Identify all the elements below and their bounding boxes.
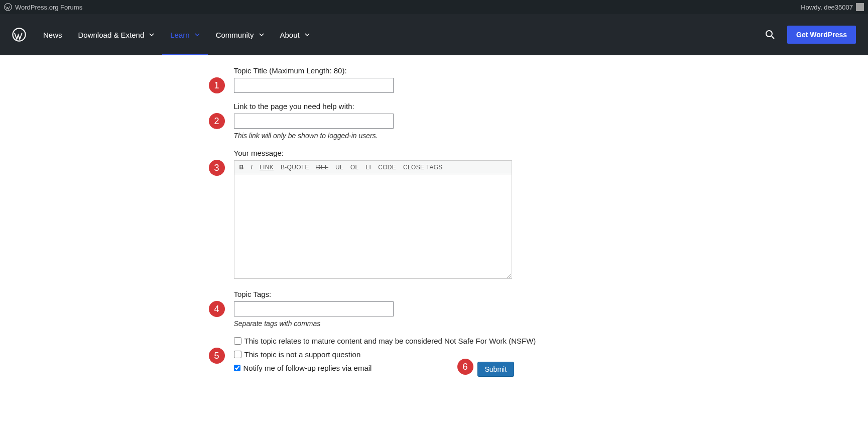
topic-tags-help: Separate tags with commas	[234, 320, 663, 328]
nav-item-news[interactable]: News	[35, 14, 70, 55]
chevron-down-icon	[305, 32, 310, 37]
field-link: 2 Link to the page you need help with: T…	[206, 102, 663, 140]
nav-label: Community	[216, 31, 254, 39]
notify-checkbox-label: Notify me of follow-up replies via email	[243, 364, 372, 372]
annotation-badge-1: 1	[209, 77, 225, 93]
toolbar-bold-button[interactable]: B	[239, 164, 244, 171]
submit-area: Notify me of follow-up replies via email…	[206, 364, 663, 372]
search-icon	[765, 30, 775, 40]
annotation-badge-4: 4	[209, 301, 225, 317]
admin-bar-howdy[interactable]: Howdy, dee35007	[801, 4, 853, 11]
toolbar-ul-button[interactable]: UL	[335, 164, 343, 171]
field-message: 3 Your message: B I LINK B-QUOTE DEL UL …	[206, 149, 663, 279]
admin-bar-site-title[interactable]: WordPress.org Forums	[15, 4, 82, 11]
annotation-badge-2: 2	[209, 113, 225, 129]
submit-button[interactable]: Submit	[477, 362, 515, 377]
main-navigation: News Download & Extend Learn Community A…	[0, 14, 868, 55]
annotation-badge-3: 3	[209, 160, 225, 176]
field-topic-title: 1 Topic Title (Maximum Length: 80):	[206, 66, 663, 93]
nsfw-checkbox[interactable]	[234, 337, 241, 345]
field-topic-tags: 4 Topic Tags: Separate tags with commas	[206, 290, 663, 328]
notify-checkbox[interactable]	[234, 365, 240, 371]
nav-item-learn[interactable]: Learn	[162, 14, 207, 55]
message-label: Your message:	[234, 149, 663, 157]
toolbar-link-button[interactable]: LINK	[260, 164, 274, 171]
annotation-badge-5: 5	[209, 348, 225, 364]
link-input[interactable]	[234, 114, 394, 129]
annotation-badge-6: 6	[457, 359, 473, 375]
svg-line-3	[772, 36, 774, 39]
admin-bar-right: Howdy, dee35007	[801, 3, 864, 11]
link-label: Link to the page you need help with:	[234, 102, 663, 111]
topic-tags-input[interactable]	[234, 301, 394, 316]
topic-tags-label: Topic Tags:	[234, 290, 663, 298]
toolbar-bquote-button[interactable]: B-QUOTE	[281, 164, 309, 171]
wordpress-logo-icon[interactable]	[4, 3, 12, 11]
not-support-checkbox-row: This topic is not a support question	[206, 350, 663, 359]
get-wordpress-button[interactable]: Get WordPress	[787, 26, 856, 44]
nav-label: Learn	[170, 31, 189, 39]
wordpress-logo-icon[interactable]	[12, 28, 26, 42]
nav-item-download-extend[interactable]: Download & Extend	[70, 14, 163, 55]
chevron-down-icon	[259, 32, 264, 37]
chevron-down-icon	[149, 32, 154, 37]
topic-title-input[interactable]	[234, 78, 394, 93]
checkbox-block: 5 This topic relates to mature content a…	[206, 337, 663, 372]
link-help-text: This link will only be shown to logged-i…	[234, 132, 663, 140]
nav-item-community[interactable]: Community	[208, 14, 272, 55]
toolbar-del-button[interactable]: DEL	[316, 164, 328, 171]
avatar[interactable]	[856, 3, 864, 11]
nav-menu: News Download & Extend Learn Community A…	[35, 14, 318, 55]
search-button[interactable]	[765, 30, 775, 40]
not-support-checkbox[interactable]	[234, 351, 241, 358]
svg-point-0	[5, 4, 12, 11]
toolbar-code-button[interactable]: CODE	[378, 164, 396, 171]
toolbar-ol-button[interactable]: OL	[350, 164, 359, 171]
topic-title-label: Topic Title (Maximum Length: 80):	[234, 66, 663, 75]
editor-toolbar: B I LINK B-QUOTE DEL UL OL LI CODE CLOSE…	[234, 160, 512, 174]
nav-item-about[interactable]: About	[272, 14, 318, 55]
nav-label: News	[43, 31, 62, 39]
svg-point-2	[766, 31, 772, 37]
message-textarea[interactable]	[234, 174, 512, 279]
topic-form: 1 Topic Title (Maximum Length: 80): 2 Li…	[206, 66, 663, 372]
admin-bar-left: WordPress.org Forums	[4, 3, 82, 11]
nsfw-checkbox-label: This topic relates to mature content and…	[244, 337, 536, 345]
toolbar-italic-button[interactable]: I	[251, 164, 253, 171]
toolbar-close-tags-button[interactable]: CLOSE TAGS	[403, 164, 443, 171]
toolbar-li-button[interactable]: LI	[366, 164, 371, 171]
nav-label: Download & Extend	[78, 31, 145, 39]
chevron-down-icon	[195, 32, 200, 37]
not-support-checkbox-label: This topic is not a support question	[244, 350, 361, 359]
nsfw-checkbox-row: This topic relates to mature content and…	[206, 337, 663, 345]
admin-bar: WordPress.org Forums Howdy, dee35007	[0, 0, 868, 14]
nav-label: About	[280, 31, 300, 39]
